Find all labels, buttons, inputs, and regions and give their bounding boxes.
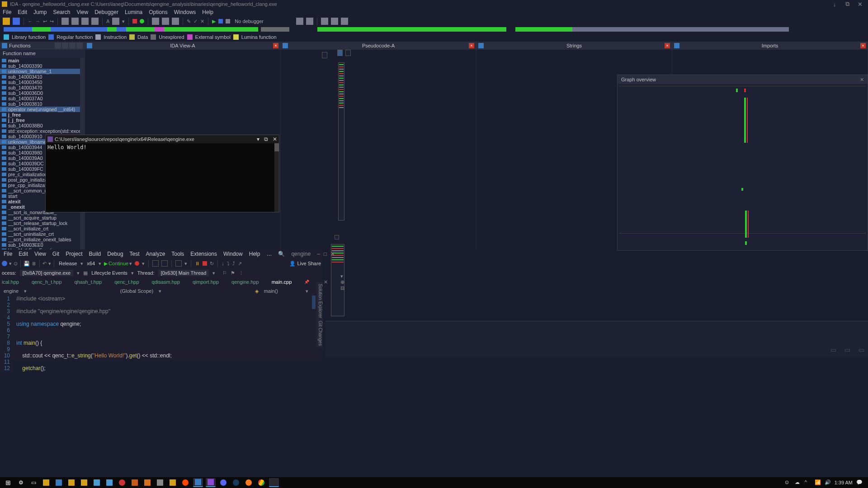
console-maximize-icon[interactable]: ⧉ <box>264 136 268 142</box>
nav-segment[interactable] <box>789 27 864 32</box>
nav-segment[interactable] <box>317 27 506 32</box>
menu-lumina[interactable]: Lumina <box>125 9 142 15</box>
function-item[interactable]: j_free <box>0 112 80 117</box>
output-icon[interactable]: ▭ <box>830 346 836 353</box>
wifi-icon[interactable]: 📶 <box>815 479 821 486</box>
tab-overflow[interactable]: ▾ ⊕ ⊟ <box>340 273 344 291</box>
tray-icon[interactable]: ☁ <box>795 479 801 486</box>
panel-btn[interactable] <box>69 42 75 49</box>
view-tab[interactable]: Strings× <box>476 42 672 50</box>
function-item[interactable]: j_j_free <box>0 117 80 123</box>
function-item[interactable]: unknown_libname_1 <box>0 69 80 74</box>
volume-icon[interactable]: 🔊 <box>825 479 831 486</box>
run-icon[interactable] <box>140 19 144 23</box>
nav-segment[interactable] <box>506 27 516 32</box>
tool-icon[interactable] <box>81 18 89 25</box>
minimap[interactable] <box>312 296 316 341</box>
vs-menu-edit[interactable]: Edit <box>19 251 28 257</box>
firefox-icon[interactable] <box>244 478 254 487</box>
play-icon[interactable]: ▶ <box>212 19 216 24</box>
process-select[interactable]: [0x8A70] qengine.exe <box>20 270 73 276</box>
debugger-select[interactable]: No debugger <box>235 19 264 24</box>
editor-tab[interactable]: qhash_t.hpp <box>75 279 102 285</box>
nav-segment[interactable] <box>572 27 789 32</box>
tool-icon[interactable] <box>91 18 99 25</box>
editor-tab[interactable]: qdisasm.hpp <box>152 279 180 285</box>
view-tab[interactable]: Imports× <box>672 42 868 50</box>
chevron-down-icon[interactable]: ▾ <box>48 261 51 267</box>
lifecycle-icon[interactable]: ▦ <box>83 270 88 276</box>
tool-icon[interactable] <box>71 18 79 25</box>
panel-btn[interactable] <box>62 42 68 49</box>
close-icon[interactable]: ✕ <box>324 279 328 285</box>
app-icon[interactable] <box>54 478 64 487</box>
breakpoint-icon[interactable] <box>132 19 137 23</box>
vs-menu-build[interactable]: Build <box>89 251 101 257</box>
tool-icon[interactable] <box>152 260 159 267</box>
output-icon[interactable]: ▭ <box>859 346 864 353</box>
scope-global[interactable]: (Global Scope) <box>120 288 153 294</box>
nav-segment[interactable] <box>107 27 117 32</box>
console-close-icon[interactable]: ✕ <box>273 136 277 142</box>
vs-menu-view[interactable]: View <box>34 251 46 257</box>
vs-menu-…[interactable]: … <box>266 251 272 257</box>
vs-code-editor[interactable]: 123456789101112 #include <iostream> #inc… <box>0 296 323 371</box>
app-icon[interactable] <box>155 478 165 487</box>
close-icon[interactable]: × <box>860 43 866 48</box>
vs-menu-file[interactable]: File <box>4 251 12 257</box>
chevron-down-icon[interactable]: ▾ <box>9 261 12 267</box>
step-icon[interactable]: ↓ <box>222 261 224 266</box>
vs-close-icon[interactable]: ✕ <box>330 251 335 257</box>
vs-save-icon[interactable]: 💾 <box>24 261 30 267</box>
console-scrollbar[interactable] <box>274 143 279 212</box>
vs-menu-debug[interactable]: Debug <box>107 251 123 257</box>
tool-icon[interactable]: ✎ <box>187 19 191 24</box>
pause-icon[interactable] <box>218 19 223 23</box>
view-tab[interactable]: Pseudocode-A× <box>281 42 476 50</box>
tool-icon[interactable] <box>321 18 328 25</box>
close-icon[interactable]: × <box>469 43 474 48</box>
panel-btn[interactable] <box>76 42 83 49</box>
view-body[interactable] <box>281 50 476 249</box>
nav-segment[interactable] <box>155 27 164 32</box>
graph-overview-body[interactable] <box>618 84 868 250</box>
app-icon[interactable] <box>142 478 152 487</box>
search-icon[interactable]: 🔍 <box>278 251 285 257</box>
step-icon[interactable]: ⤵ <box>227 261 230 266</box>
dropdown-icon[interactable]: ▾ <box>122 19 125 24</box>
function-item[interactable]: std::exception::exception(std::exception <box>0 128 80 134</box>
tool-icon[interactable] <box>161 260 168 267</box>
menu-view[interactable]: View <box>76 9 88 15</box>
ida-maximize-icon[interactable]: ⧉ <box>841 0 854 8</box>
tool-icon[interactable]: ✕ <box>200 19 204 24</box>
platform-select[interactable]: x64 <box>85 261 97 266</box>
hot-reload-icon[interactable] <box>135 261 139 266</box>
vs-menu-test[interactable]: Test <box>130 251 140 257</box>
console-dropdown-icon[interactable]: ▾ <box>257 136 259 142</box>
menu-edit[interactable]: Edit <box>18 9 27 15</box>
steam-icon[interactable] <box>231 478 241 487</box>
start-button[interactable]: ⊞ <box>3 478 13 487</box>
editor-tab[interactable]: main.cpp <box>272 279 292 285</box>
nav-segment[interactable] <box>126 27 155 32</box>
continue-button[interactable]: ▶ Continue ▾ <box>104 261 132 267</box>
config-select[interactable]: Release <box>57 261 79 266</box>
vs-menu-project[interactable]: Project <box>66 251 82 257</box>
tool-icon[interactable]: ⚑ <box>231 270 235 276</box>
nav-fwd2-icon[interactable]: ↪ <box>50 19 54 24</box>
vs-saveall-icon[interactable]: 🗎 <box>32 261 37 266</box>
menu-windows[interactable]: Windows <box>174 9 196 15</box>
pin-icon[interactable]: 📌 <box>304 280 309 284</box>
obs-icon[interactable] <box>269 478 279 487</box>
solution-explorer-tab[interactable]: Solution Explorer Git Changes <box>316 282 323 347</box>
nav-segment[interactable] <box>51 27 107 32</box>
app-icon[interactable] <box>130 478 140 487</box>
function-item[interactable]: sub_1400036D0 <box>0 90 80 96</box>
panel-btn[interactable] <box>55 42 61 49</box>
function-item[interactable]: sub_1400037A0 <box>0 96 80 101</box>
nav-back-icon[interactable]: ← <box>28 19 33 24</box>
output-icon[interactable]: ▭ <box>844 346 850 353</box>
discord-icon[interactable] <box>218 478 228 487</box>
vs-menu-analyze[interactable]: Analyze <box>146 251 165 257</box>
taskview-icon[interactable]: ▭ <box>28 478 38 487</box>
